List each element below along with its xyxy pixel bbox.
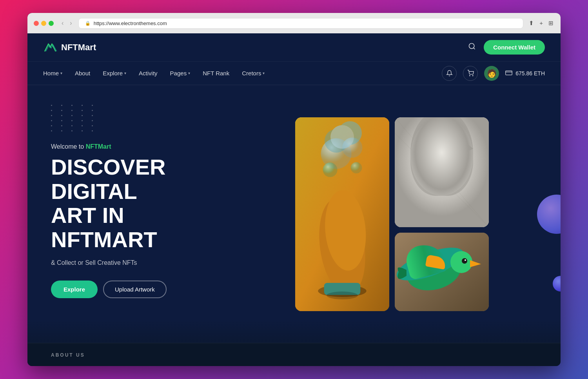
svg-marker-17 xyxy=(418,149,450,180)
address-bar[interactable]: 🔒 https://www.electronthemes.com xyxy=(78,18,524,29)
svg-point-1 xyxy=(469,75,470,76)
explore-button[interactable]: Explore xyxy=(51,281,98,298)
site-content: NFTMart Connect Wallet Home ▾ xyxy=(27,33,561,366)
search-button[interactable] xyxy=(466,41,477,54)
nav-explore[interactable]: Explore ▾ xyxy=(103,70,126,77)
site-header: NFTMart Connect Wallet xyxy=(27,33,561,62)
hero-subtitle: & Collect or Sell Creative NFTs xyxy=(51,259,216,266)
logo-text: NFTMart xyxy=(61,42,96,53)
maximize-dot[interactable] xyxy=(49,21,54,26)
minimize-dot[interactable] xyxy=(41,21,46,26)
nav-nft-rank[interactable]: NFT Rank xyxy=(203,70,229,77)
svg-marker-18 xyxy=(450,129,473,157)
notifications-button[interactable] xyxy=(442,66,457,81)
svg-rect-24 xyxy=(395,233,489,311)
browser-nav: ‹ › xyxy=(60,19,74,27)
dot-pattern xyxy=(51,105,216,131)
svg-point-9 xyxy=(323,162,338,177)
svg-marker-19 xyxy=(422,125,446,145)
chevron-down-icon: ▾ xyxy=(60,71,62,75)
art-grid xyxy=(295,117,489,311)
upload-artwork-button[interactable]: Upload Artwork xyxy=(103,281,167,298)
svg-point-14 xyxy=(410,117,473,196)
chevron-down-icon: ▾ xyxy=(124,71,126,75)
svg-point-20 xyxy=(431,151,437,158)
header-actions: Connect Wallet xyxy=(466,40,545,55)
svg-point-10 xyxy=(351,162,362,173)
main-content: Welcome to NFTMart DISCOVER DIGITAL ART … xyxy=(27,85,561,343)
bird-image xyxy=(395,233,489,311)
svg-rect-12 xyxy=(324,282,361,295)
back-button[interactable]: ‹ xyxy=(60,19,65,27)
lock-icon: 🔒 xyxy=(85,21,91,26)
close-dot[interactable] xyxy=(34,21,39,26)
svg-rect-3 xyxy=(506,71,512,75)
welcome-text: Welcome to NFTMart xyxy=(51,143,216,150)
svg-marker-16 xyxy=(434,141,465,172)
grid-button[interactable]: ⊞ xyxy=(548,19,554,27)
browser-actions: ⬆ + ⊞ xyxy=(528,19,554,27)
sculpture-image xyxy=(295,117,389,311)
svg-point-21 xyxy=(449,148,454,153)
nav-activity[interactable]: Activity xyxy=(139,70,158,77)
hero-left: Welcome to NFTMart DISCOVER DIGITAL ART … xyxy=(27,85,231,343)
nav-links: Home ▾ About Explore ▾ Activity Pages ▾ xyxy=(43,70,265,77)
forward-button[interactable]: › xyxy=(68,19,73,27)
wallet-icon xyxy=(505,70,512,77)
browser-window: ‹ › 🔒 https://www.electronthemes.com ⬆ +… xyxy=(27,13,561,366)
nav-about[interactable]: About xyxy=(75,70,90,77)
svg-point-30 xyxy=(465,259,466,261)
art-card-abstract[interactable] xyxy=(395,117,489,227)
decoration-sphere-large xyxy=(537,195,561,234)
hero-right xyxy=(231,85,561,343)
art-card-sculpture[interactable] xyxy=(295,117,389,311)
browser-dots xyxy=(34,21,54,26)
about-label: ABOUT US xyxy=(51,352,85,358)
eth-balance: 675.86 ETH xyxy=(515,70,545,77)
nav-pages[interactable]: Pages ▾ xyxy=(170,70,191,77)
svg-point-2 xyxy=(472,75,473,76)
user-avatar[interactable]: 🧑 xyxy=(484,66,499,81)
about-section: ABOUT US xyxy=(27,343,561,366)
nav-home[interactable]: Home ▾ xyxy=(43,70,62,77)
cart-button[interactable] xyxy=(463,66,478,81)
share-button[interactable]: ⬆ xyxy=(528,19,535,27)
abstract-image xyxy=(395,117,489,227)
svg-point-27 xyxy=(450,251,472,273)
browser-chrome: ‹ › 🔒 https://www.electronthemes.com ⬆ +… xyxy=(27,13,561,33)
url-text: https://www.electronthemes.com xyxy=(94,20,167,26)
logo-icon xyxy=(43,40,57,55)
hero-buttons: Explore Upload Artwork xyxy=(51,281,216,298)
art-card-bird[interactable] xyxy=(395,233,489,311)
svg-point-0 xyxy=(469,44,474,49)
new-tab-button[interactable]: + xyxy=(539,19,544,27)
logo-area: NFTMart xyxy=(43,40,96,55)
connect-wallet-button[interactable]: Connect Wallet xyxy=(484,40,545,55)
nav-right: 🧑 675.86 ETH xyxy=(442,66,545,81)
decoration-sphere-small xyxy=(553,276,561,292)
svg-marker-15 xyxy=(426,133,457,160)
chevron-down-icon: ▾ xyxy=(188,71,190,75)
nav-creators[interactable]: Cretors ▾ xyxy=(242,70,265,77)
hero-title: DISCOVER DIGITAL ART IN NFTMART xyxy=(51,155,216,251)
chevron-down-icon: ▾ xyxy=(263,71,265,75)
svg-point-8 xyxy=(342,137,362,157)
wallet-balance: 675.86 ETH xyxy=(505,70,545,77)
svg-point-29 xyxy=(462,258,467,264)
site-nav: Home ▾ About Explore ▾ Activity Pages ▾ xyxy=(27,62,561,85)
